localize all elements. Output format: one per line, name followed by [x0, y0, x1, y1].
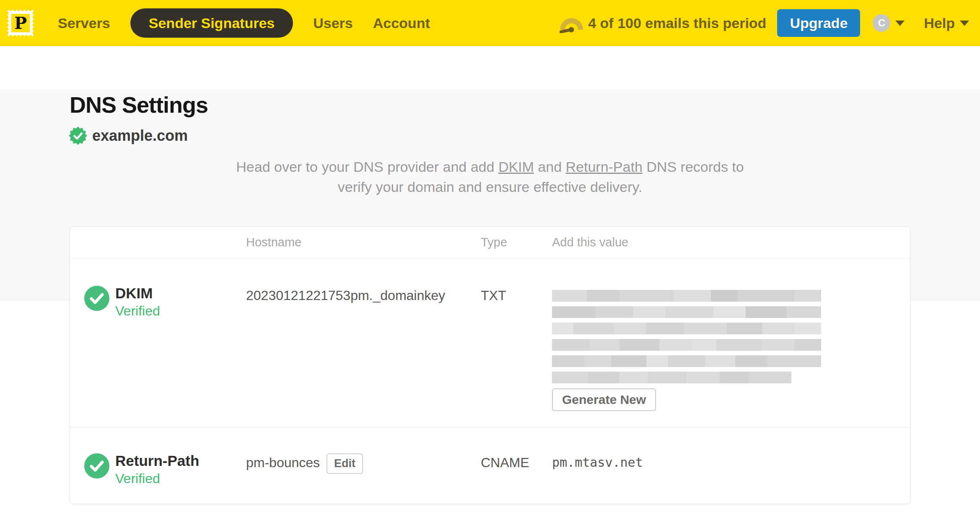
primary-nav: Servers Sender Signatures Users Account [58, 8, 430, 38]
nav-item-sender-signatures[interactable]: Sender Signatures [130, 8, 293, 38]
svg-text:P: P [14, 13, 27, 33]
record-name: Return-Path [115, 453, 199, 469]
nav-item-servers[interactable]: Servers [58, 15, 110, 31]
return-path-hostname: pm-bounces [246, 455, 320, 471]
chevron-down-icon [960, 21, 969, 26]
table-header-row: Hostname Type Add this value [70, 227, 910, 259]
nav-item-account[interactable]: Account [373, 15, 430, 31]
status-badge: Verified [115, 303, 160, 319]
redacted-row [552, 355, 821, 367]
avatar[interactable]: C [873, 14, 890, 32]
redacted-row [552, 372, 791, 383]
edit-button[interactable]: Edit [327, 453, 363, 474]
postmark-stamp-logo-icon[interactable]: P [7, 9, 34, 37]
account-menu[interactable]: C [873, 14, 905, 32]
nav-right-cluster: 4 of 100 emails this period Upgrade C He… [560, 9, 969, 37]
usage-gauge-icon [560, 13, 583, 33]
return-path-value: pm.mtasv.net [552, 455, 643, 470]
record-name: DKIM [115, 285, 160, 302]
instructions-text: Head over to your DNS provider and add [236, 159, 498, 175]
verified-check-icon [84, 453, 109, 478]
header-add-this-value: Add this value [552, 235, 910, 249]
help-label: Help [924, 15, 955, 31]
generate-new-button[interactable]: Generate New [552, 388, 656, 411]
return-path-type: CNAME [481, 427, 552, 504]
redacted-value-block [552, 290, 821, 383]
verified-check-icon [84, 286, 109, 311]
header-hostname: Hostname [246, 235, 481, 249]
return-path-label-cell: Return-Path Verified [70, 427, 246, 504]
usage-counter-text: 4 of 100 emails this period [588, 15, 766, 31]
return-path-value-cell: pm.mtasv.net [552, 427, 910, 504]
redacted-row [552, 290, 821, 302]
page-title: DNS Settings [70, 90, 980, 120]
main-content: DNS Settings example.com Head over to yo… [0, 90, 980, 512]
upgrade-button[interactable]: Upgrade [777, 9, 860, 37]
dkim-link[interactable]: DKIM [498, 159, 534, 175]
status-badge: Verified [115, 470, 199, 487]
redacted-row [552, 306, 821, 318]
top-navbar: P Servers Sender Signatures Users Accoun… [0, 0, 980, 46]
return-path-hostname-cell: pm-bounces Edit [246, 427, 481, 504]
dns-instructions: Head over to your DNS provider and add D… [230, 157, 750, 197]
table-row-return-path: Return-Path Verified pm-bounces Edit CNA… [70, 427, 910, 504]
return-path-link[interactable]: Return-Path [566, 159, 643, 175]
dkim-value-cell: Generate New [552, 259, 910, 427]
help-menu[interactable]: Help [924, 15, 969, 31]
dkim-type: TXT [481, 259, 552, 427]
redacted-row [552, 323, 821, 334]
dns-records-card: Hostname Type Add this value DKIM Verifi… [70, 226, 910, 504]
table-row-dkim: DKIM Verified 20230121221753pm._domainke… [70, 259, 910, 427]
redacted-row [552, 339, 821, 351]
verified-domain: example.com [69, 127, 980, 145]
dkim-hostname: 20230121221753pm._domainkey [246, 259, 481, 427]
nav-item-users[interactable]: Users [313, 15, 353, 31]
header-type: Type [481, 235, 552, 249]
dkim-label-cell: DKIM Verified [70, 259, 246, 427]
instructions-text: and [534, 159, 566, 175]
chevron-down-icon [895, 21, 905, 26]
domain-name: example.com [92, 127, 188, 145]
verified-seal-icon [69, 127, 87, 145]
